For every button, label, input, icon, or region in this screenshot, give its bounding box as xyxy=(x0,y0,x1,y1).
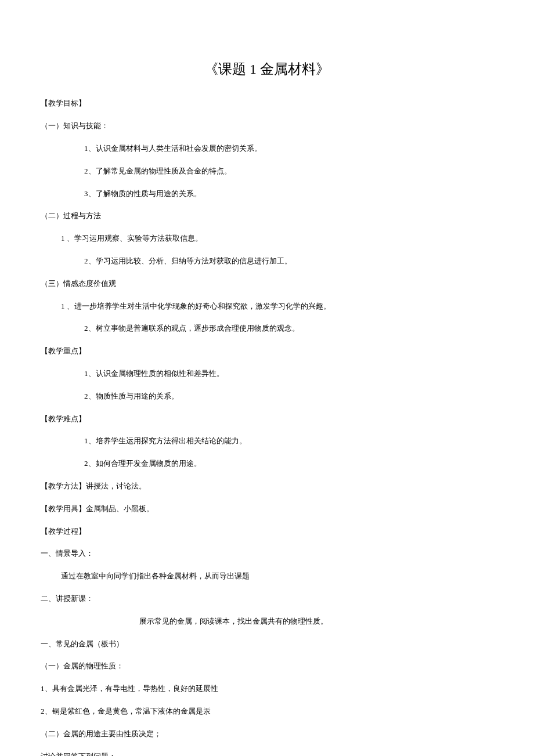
scene-intro-content: 通过在教室中向同学们指出各种金属材料，从而导出课题 xyxy=(41,570,493,583)
difficulty-item2: 2、如何合理开发金属物质的用途。 xyxy=(41,458,493,470)
process-method-heading: （二）过程与方法 xyxy=(41,210,493,222)
property-item2: 2、铜是紫红色，金是黄色，常温下液体的金属是汞 xyxy=(41,706,493,718)
goal-part1-item1: 1、认识金属材料与人类生活和社会发展的密切关系。 xyxy=(41,143,493,155)
discuss-heading: 讨论并回答下列问题： xyxy=(41,751,493,757)
method-label: 【教学方法】讲授法，讨论法。 xyxy=(41,480,493,493)
common-metals-heading: 一、常见的金属（板书） xyxy=(41,638,493,650)
difficulty-label: 【教学难点】 xyxy=(41,413,493,425)
tools-label: 【教学用具】金属制品、小黑板。 xyxy=(41,503,493,515)
goal-part1-item3: 3、了解物质的性质与用途的关系。 xyxy=(41,188,493,200)
emotion-values-heading: （三）情感态度价值观 xyxy=(41,278,493,290)
process-label: 【教学过程】 xyxy=(41,526,493,538)
teaching-goal-label: 【教学目标】 xyxy=(41,97,493,110)
keypoint-item1: 1、认识金属物理性质的相似性和差异性。 xyxy=(41,368,493,380)
goal-part1-item2: 2、了解常见金属的物理性质及合金的特点。 xyxy=(41,165,493,178)
lecture-heading: 二、讲授新课： xyxy=(41,593,493,605)
knowledge-skills-heading: （一）知识与技能： xyxy=(41,120,493,132)
goal-part2-item1: 1 、学习运用观察、实验等方法获取信息。 xyxy=(41,233,493,245)
goal-part2-item2: 2、学习运用比较、分析、归纳等方法对获取的信息进行加工。 xyxy=(41,255,493,267)
difficulty-item1: 1、培养学生运用探究方法得出相关结论的能力。 xyxy=(41,435,493,447)
goal-part3-item1: 1 、进一步培养学生对生活中化学现象的好奇心和探究欲，激发学习化学的兴趣。 xyxy=(41,301,493,313)
page-title: 《课题 1 金属材料》 xyxy=(41,58,493,80)
property-item1: 1、具有金属光泽，有导电性，导热性，良好的延展性 xyxy=(41,683,493,695)
physical-properties-heading: （一）金属的物理性质： xyxy=(41,660,493,672)
goal-part3-item2: 2、树立事物是普遍联系的观点，逐步形成合理使用物质的观念。 xyxy=(41,323,493,335)
scene-intro-heading: 一、情景导入： xyxy=(41,548,493,560)
lecture-center-text: 展示常见的金属，阅读课本，找出金属共有的物理性质。 xyxy=(41,616,493,628)
keypoint-item2: 2、物质性质与用途的关系。 xyxy=(41,390,493,403)
uses-heading: （二）金属的用途主要由性质决定； xyxy=(41,728,493,740)
keypoint-label: 【教学重点】 xyxy=(41,345,493,357)
